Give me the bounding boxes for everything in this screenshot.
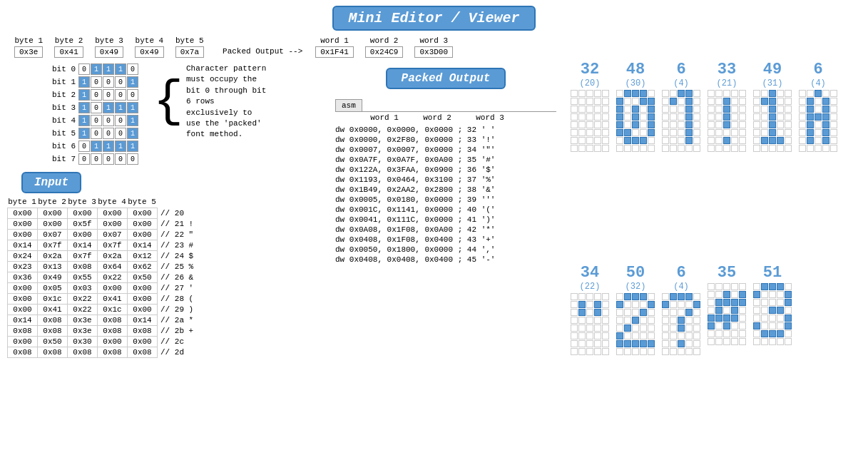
bit-cell-7-3[interactable]: 0: [115, 153, 126, 165]
glyph-pixel-0-1-1: [578, 98, 586, 105]
glyph-pixel-2-0-1: [670, 90, 677, 97]
glyph-pixel-3-1-2: [723, 98, 730, 105]
glyph-pixel-5-3-0: [799, 113, 806, 121]
glyph-sub-4: (31): [762, 78, 783, 88]
glyph-pixel-1-4-0: [616, 121, 623, 128]
byte2-value: 0x41: [54, 46, 83, 58]
bit-cell-3-4[interactable]: 1: [127, 102, 138, 113]
bit-cell-6-1[interactable]: 1: [91, 140, 102, 152]
glyph-pixel-1-0-3: [640, 90, 647, 97]
glyph-pixel-10-1-0: [753, 291, 760, 298]
input-cell-12-0: 0x00: [8, 337, 38, 347]
bit-cell-6-0[interactable]: 0: [78, 140, 90, 152]
bit-cell-1-0[interactable]: 1: [78, 76, 90, 88]
bit-cell-2-1[interactable]: 0: [91, 89, 102, 101]
input-comment-7: // 27 ': [158, 283, 197, 294]
glyph-pixel-10-1-2: [769, 291, 776, 298]
bit-cell-3-3[interactable]: 1: [115, 102, 126, 113]
bit-cell-1-4[interactable]: 1: [127, 76, 138, 88]
glyph-pixel-5-2-3: [822, 106, 829, 113]
glyph-pixel-8-0-1: [670, 293, 677, 300]
output-row-8: dw 0x001C, 0x1141, 0x0000 ; 40 '(': [335, 205, 556, 215]
bit-cell-3-0[interactable]: 1: [78, 102, 90, 113]
glyph-pixel-3-5-3: [731, 129, 738, 136]
glyph-pixel-2-4-0: [662, 121, 669, 128]
input-cell-3-4: 0x14: [128, 240, 158, 251]
bit-cell-0-1[interactable]: 1: [91, 63, 102, 75]
bit-cell-2-3[interactable]: 0: [115, 89, 126, 101]
bit-cell-7-0[interactable]: 0: [78, 153, 90, 165]
bit-cell-5-2[interactable]: 0: [103, 128, 114, 139]
output-row-4: dw 0x122A, 0x3FAA, 0x0900 ; 36 '$': [335, 165, 556, 175]
glyph-pixel-9-1-0: [708, 291, 715, 298]
bit-cell-4-0[interactable]: 1: [78, 115, 90, 126]
glyph-pixel-1-6-1: [624, 137, 631, 144]
input-row-1: 0x000x000x5f0x000x00// 21 !: [8, 219, 197, 230]
output-row-5: dw 0x1193, 0x0464, 0x3100 ; 37 '%': [335, 175, 556, 185]
bit-cell-2-0[interactable]: 1: [78, 89, 90, 101]
packed-label: Packed Output: [402, 72, 491, 85]
byte5-value: 0x7a: [175, 46, 204, 58]
word1-group: word 1 0x1F41: [315, 36, 354, 58]
glyph-pixel-4-5-0: [753, 129, 760, 136]
input-cell-13-2: 0x08: [68, 347, 98, 358]
bit-cell-1-2[interactable]: 0: [103, 76, 114, 88]
bit-cell-5-4[interactable]: 1: [127, 128, 138, 139]
input-cell-13-0: 0x08: [8, 347, 38, 358]
bit-cell-1-3[interactable]: 0: [115, 76, 126, 88]
glyph-pixel-4-5-3: [777, 129, 784, 136]
byte5-label: byte 5: [175, 36, 204, 45]
glyph-pixel-3-1-4: [739, 98, 746, 105]
bit-cell-6-4[interactable]: 1: [127, 140, 138, 152]
bit-cell-7-2[interactable]: 0: [103, 153, 114, 165]
glyph-pixel-6-5-4: [602, 332, 609, 339]
bit-cell-0-4[interactable]: 0: [127, 63, 138, 75]
input-cell-0-0: 0x00: [8, 208, 38, 219]
glyph-pixel-5-6-2: [815, 137, 822, 144]
glyph-pixel-4-1-4: [785, 98, 792, 105]
bit-cell-4-1[interactable]: 0: [91, 115, 102, 126]
bit-cell-0-0[interactable]: 0: [78, 63, 90, 75]
bit-cell-5-0[interactable]: 1: [78, 128, 90, 139]
glyph-pixel-4-1-0: [753, 98, 760, 105]
glyph-pixel-6-7-2: [586, 348, 593, 355]
bit-cell-0-3[interactable]: 1: [115, 63, 126, 75]
input-cell-4-3: 0x2a: [98, 251, 128, 262]
bit-cell-2-4[interactable]: 0: [127, 89, 138, 101]
glyph-number-3: 33: [718, 61, 736, 78]
glyph-pixel-10-5-0: [753, 322, 760, 329]
glyph-pixel-0-5-1: [578, 129, 586, 136]
glyph-pixel-5-2-0: [799, 106, 806, 113]
glyph-pixel-7-6-0: [616, 340, 623, 347]
bit-cell-4-2[interactable]: 0: [103, 115, 114, 126]
glyph-pixel-6-1-2: [586, 301, 593, 308]
bit-cell-5-1[interactable]: 0: [91, 128, 102, 139]
glyph-pixel-3-0-2: [723, 90, 730, 97]
bit-cell-3-1[interactable]: 0: [91, 102, 102, 113]
glyph-pixel-0-5-0: [571, 129, 578, 136]
bit-cell-7-1[interactable]: 0: [91, 153, 102, 165]
glyph-pixel-10-2-4: [785, 299, 792, 306]
bit-cell-1-1[interactable]: 0: [91, 76, 102, 88]
glyph-pixel-10-0-3: [777, 283, 784, 290]
bit-cell-7-4[interactable]: 0: [127, 153, 138, 165]
main-container: Mini Editor / Viewer byte 1 0x3e byte 2 …: [0, 0, 868, 460]
glyph-pixel-7-7-4: [648, 348, 655, 355]
glyph-pixel-1-0-0: [616, 90, 623, 97]
input-cell-8-4: 0x00: [128, 294, 158, 305]
bit-cell-0-2[interactable]: 1: [103, 63, 114, 75]
glyph-pixel-2-3-3: [685, 113, 693, 121]
bit-row-4: bit 410001: [50, 115, 139, 126]
glyph-pixel-4-3-1: [761, 113, 768, 121]
glyph-sub-7: (32): [626, 282, 646, 292]
asm-tab[interactable]: asm: [335, 99, 362, 111]
bit-cell-4-4[interactable]: 1: [127, 115, 138, 126]
bit-cell-3-2[interactable]: 1: [103, 102, 114, 113]
bit-cell-2-2[interactable]: 0: [103, 89, 114, 101]
bit-cell-6-3[interactable]: 1: [115, 140, 126, 152]
bit-cell-4-3[interactable]: 0: [115, 115, 126, 126]
bit-row-label-0: bit 0: [50, 65, 76, 73]
bit-cell-5-3[interactable]: 0: [115, 128, 126, 139]
glyph-pixel-7-4-2: [632, 324, 639, 332]
bit-cell-6-2[interactable]: 1: [103, 140, 114, 152]
